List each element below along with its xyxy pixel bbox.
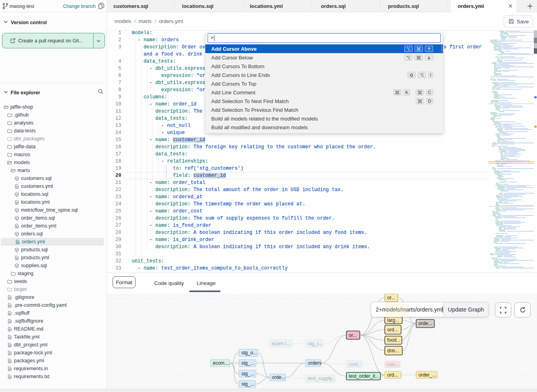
svg-text:ord...: ord...	[387, 327, 398, 333]
svg-text:or...: or...	[387, 295, 395, 300]
svg-text:ecom....: ecom....	[213, 360, 230, 366]
svg-text:food...: food...	[387, 337, 400, 343]
svg-text:cus...: cus...	[387, 361, 399, 367]
svg-text:stg_...: stg_...	[241, 360, 254, 366]
svg-text:test_order_it...: test_order_it...	[349, 373, 379, 379]
svg-text:test_supply...: test_supply...	[308, 376, 336, 381]
svg-text:drin...: drin...	[387, 348, 399, 354]
svg-text:ord...: ord...	[387, 372, 398, 378]
svg-text:orde...: orde...	[272, 375, 285, 380]
svg-text:stg_c...: stg_c...	[308, 341, 323, 346]
svg-text:ecom.r...: ecom.r...	[272, 341, 290, 346]
svg-text:or...: or...	[349, 333, 357, 338]
svg-text:cust...: cust...	[349, 361, 362, 367]
svg-text:stg_o...: stg_o...	[241, 350, 257, 356]
svg-text:larg...: larg...	[387, 317, 399, 323]
svg-text:stg_...: stg_...	[241, 381, 254, 387]
svg-text:orders: orders	[308, 360, 321, 366]
svg-text:stg_...: stg_...	[241, 371, 254, 377]
svg-text:orde...: orde...	[419, 321, 432, 326]
svg-text:order_...: order_...	[419, 372, 436, 378]
